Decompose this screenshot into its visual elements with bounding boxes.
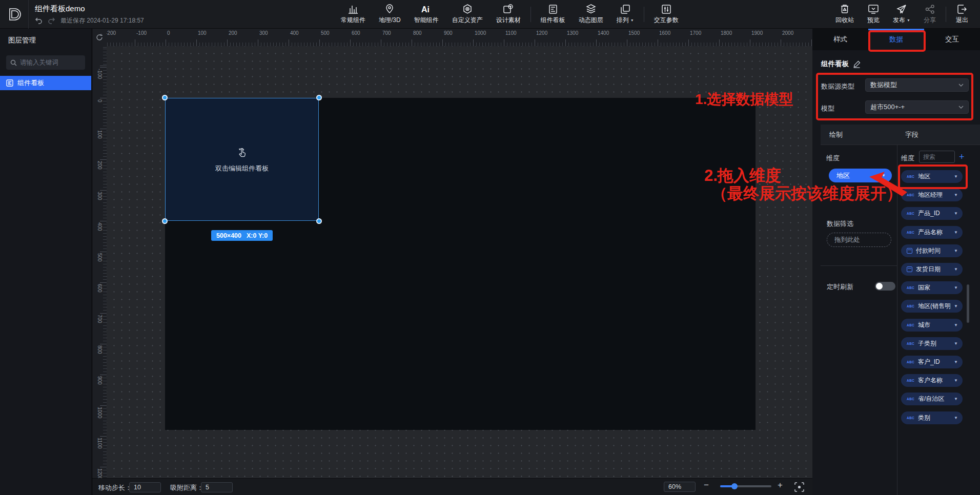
- layer-panel-title: 图层管理: [8, 36, 36, 45]
- ruler-reset-button[interactable]: [92, 29, 107, 46]
- tool-interaction-params[interactable]: 交互参数: [647, 0, 685, 29]
- field-list-scrollbar[interactable]: [967, 284, 969, 323]
- field-item[interactable]: 发货日期 ▼: [901, 263, 963, 276]
- layer-search-input[interactable]: [20, 59, 76, 66]
- v-ruler-label: 500: [97, 253, 103, 262]
- filter-drop-zone[interactable]: 拖到此处: [827, 233, 891, 247]
- h-ruler-label: 1200: [536, 30, 547, 36]
- h-ruler-label: 900: [444, 30, 453, 36]
- v-ruler-label: 100: [97, 130, 103, 139]
- tool-dynamic-layers[interactable]: 动态图层: [572, 0, 610, 29]
- exit-icon: [957, 5, 967, 14]
- zoom-out-button[interactable]: −: [704, 480, 709, 490]
- h-ruler-label: 1000: [475, 30, 486, 36]
- zoom-slider[interactable]: [720, 485, 771, 487]
- share-nodes-icon: [925, 5, 935, 14]
- move-step-input[interactable]: [129, 482, 161, 492]
- field-item[interactable]: ABC 地区经理 ▼: [901, 189, 963, 201]
- tool-preview[interactable]: 预览: [861, 0, 886, 29]
- tab-data[interactable]: 数据: [868, 29, 924, 50]
- model-select[interactable]: 超市500+-+: [865, 100, 969, 114]
- field-item[interactable]: ABC 城市 ▼: [901, 319, 963, 332]
- timed-refresh-toggle[interactable]: [875, 282, 895, 291]
- field-item[interactable]: ABC 地区 ▼: [901, 170, 963, 183]
- timed-refresh-label: 定时刷新: [827, 282, 853, 292]
- zoom-slider-knob[interactable]: [731, 483, 738, 489]
- tool-recycle-bin[interactable]: 回收站: [829, 0, 861, 29]
- tab-interaction[interactable]: 交互: [924, 29, 980, 50]
- field-item[interactable]: ABC 客户名称 ▼: [901, 374, 963, 387]
- subtab-fields[interactable]: 字段: [896, 125, 972, 145]
- field-item[interactable]: ABC 省/自治区 ▼: [901, 393, 963, 405]
- undo-icon[interactable]: [35, 17, 43, 24]
- zoom-level-input[interactable]: [664, 482, 696, 492]
- h-ruler-label: 700: [382, 30, 391, 36]
- text-type-icon: ABC: [907, 379, 914, 382]
- field-item[interactable]: ABC 类别 ▼: [901, 411, 963, 424]
- panel-subtab-bar: 绘制 字段: [821, 125, 980, 145]
- snap-distance-input[interactable]: [201, 482, 233, 492]
- arrange-icon: [621, 5, 630, 14]
- double-click-hand-icon: [235, 146, 249, 159]
- datasource-type-select[interactable]: 数据模型: [865, 78, 969, 92]
- chevron-down-icon: ▼: [954, 267, 958, 272]
- chevron-down-icon: ▼: [954, 304, 958, 308]
- v-ruler-label: 1200: [97, 468, 103, 478]
- tool-custom-assets[interactable]: 自定义资产: [445, 0, 489, 29]
- tool-smart-components[interactable]: Ai 智能组件: [407, 0, 445, 29]
- tool-component-board[interactable]: 组件看板: [534, 0, 572, 29]
- resize-handle-sw[interactable]: [162, 218, 168, 224]
- h-ruler-label: 1700: [690, 30, 701, 36]
- v-ruler-label: 700: [97, 315, 103, 323]
- h-ruler-label: 1600: [659, 30, 670, 36]
- chevron-down-icon: ▼: [630, 18, 634, 22]
- subtab-draw[interactable]: 绘制: [821, 125, 896, 145]
- tool-design-material[interactable]: 设计素材: [489, 0, 527, 29]
- h-ruler-label: 1400: [598, 30, 609, 36]
- tab-style[interactable]: 样式: [812, 29, 868, 50]
- text-type-icon: ABC: [907, 416, 914, 420]
- v-ruler-label: 800: [97, 345, 103, 354]
- chevron-down-icon: ▼: [954, 378, 958, 383]
- panel-component-name: 组件看板: [821, 59, 849, 69]
- edit-pencil-icon[interactable]: [853, 60, 861, 68]
- tool-exit[interactable]: 退出: [949, 0, 975, 29]
- field-item[interactable]: ABC 子类别 ▼: [901, 337, 963, 350]
- last-saved-text: 最近保存 2024-01-29 17:18:57: [60, 16, 144, 25]
- tool-geo-3d[interactable]: 地理/3D: [372, 0, 407, 29]
- h-ruler-label: 1500: [628, 30, 640, 36]
- tool-arrange[interactable]: 排列▼: [610, 0, 641, 29]
- canvas-area[interactable]: 双击编辑组件看板 500×400X:0 Y:0 -200-10001002003…: [92, 29, 812, 478]
- zoom-in-button[interactable]: +: [778, 480, 783, 490]
- h-ruler-label: 1100: [505, 30, 517, 36]
- fit-screen-icon[interactable]: [794, 482, 804, 492]
- resize-handle-se[interactable]: [316, 218, 322, 224]
- field-item[interactable]: ABC 产品名称 ▼: [901, 226, 963, 239]
- tool-publish[interactable]: 发布▼: [886, 0, 917, 29]
- tool-basic-components[interactable]: 常规组件: [334, 0, 372, 29]
- logo-icon: [6, 6, 23, 23]
- resize-handle-ne[interactable]: [316, 95, 322, 100]
- hexagon-icon: [463, 4, 472, 14]
- bar-chart-icon: [348, 5, 358, 14]
- layer-panel: 图层管理 组件看板: [0, 29, 92, 495]
- field-item[interactable]: ABC 国家 ▼: [901, 281, 963, 294]
- field-item[interactable]: ABC 产品_ID ▼: [901, 207, 963, 220]
- field-item[interactable]: ABC 客户_ID ▼: [901, 356, 963, 368]
- resize-handle-nw[interactable]: [162, 95, 168, 100]
- layer-search-box: [6, 55, 85, 70]
- field-item[interactable]: 付款时间 ▼: [901, 244, 963, 257]
- layer-item-component-board[interactable]: 组件看板: [0, 76, 91, 90]
- field-item[interactable]: ABC 地区(销售明... ▼: [901, 300, 963, 313]
- redo-icon[interactable]: [48, 17, 55, 24]
- settings-panel: 样式 数据 交互 组件看板 数据源类型 数据模型 模型 超市500+-+ 绘制 …: [812, 29, 980, 495]
- selected-component-board[interactable]: 双击编辑组件看板: [165, 98, 319, 221]
- tool-share[interactable]: 分享: [917, 0, 943, 29]
- add-field-button[interactable]: +: [959, 152, 965, 162]
- top-bar: 组件看板demo 最近保存 2024-01-29 17:18:57 常规组件 地…: [0, 0, 980, 29]
- field-search-input[interactable]: [923, 153, 951, 160]
- h-ruler-label: -200: [107, 30, 116, 36]
- dimension-pill-region[interactable]: 地区 ▼: [829, 169, 892, 182]
- v-ruler-label: 200: [97, 161, 103, 170]
- app-logo[interactable]: [0, 0, 29, 29]
